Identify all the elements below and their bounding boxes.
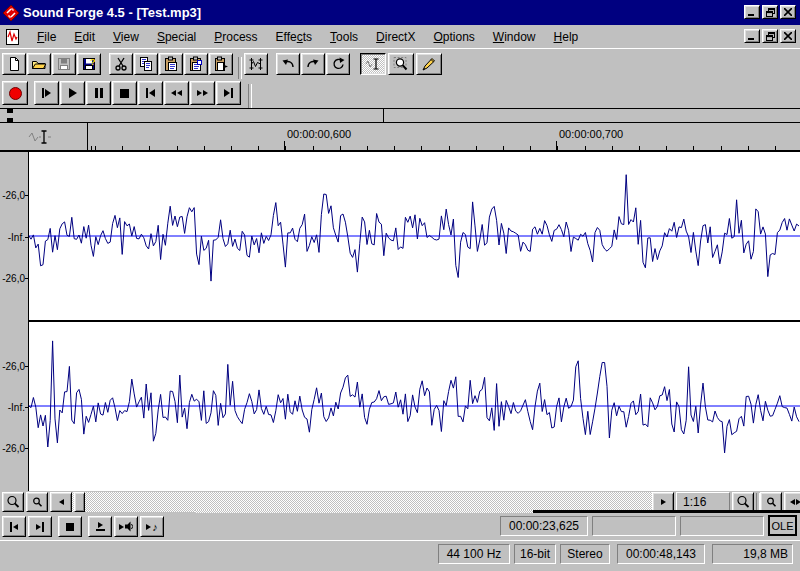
go-to-end-button[interactable] xyxy=(216,81,241,105)
stop-button[interactable] xyxy=(112,81,137,105)
paste-button[interactable] xyxy=(159,53,183,75)
ruler-row: 00:00:00,600 00:00:00,700 xyxy=(0,123,800,150)
zoom-ratio-display: 1:16 xyxy=(676,492,730,512)
zoom-window-button[interactable] xyxy=(784,492,800,512)
repeat-icon xyxy=(330,56,346,72)
minimize-button[interactable] xyxy=(744,5,760,19)
menu-view[interactable]: View xyxy=(104,28,148,46)
zoom-in-time-button[interactable] xyxy=(26,492,48,512)
playbar-stop-button[interactable] xyxy=(58,516,82,537)
cut-button[interactable] xyxy=(109,53,133,75)
overview-position-marker[interactable] xyxy=(7,109,13,113)
waveform-display[interactable]: -26,0 -Inf. -26,0 -26,0 -Inf. -26,0 xyxy=(0,150,800,491)
magnify-icon xyxy=(393,56,409,72)
repeat-button[interactable] xyxy=(326,53,350,75)
stop-icon xyxy=(120,89,129,98)
overview-center-tick xyxy=(383,109,384,122)
overview-position-marker[interactable] xyxy=(7,118,13,122)
titlebar[interactable]: Sound Forge 4.5 - [Test.mp3] xyxy=(0,0,800,25)
level-label: -Inf. xyxy=(8,402,25,413)
close-button[interactable] xyxy=(780,5,796,19)
redo-button[interactable] xyxy=(301,53,325,75)
menu-options[interactable]: Options xyxy=(424,28,483,46)
playbar-go-to-end-button[interactable] xyxy=(28,516,52,537)
length-value: 00:00:48,143 xyxy=(626,547,696,561)
paste-to-new-button[interactable] xyxy=(209,53,233,75)
overview-bar[interactable] xyxy=(0,108,800,123)
edit-tool-button[interactable] xyxy=(360,53,386,75)
playbar-go-to-start-button[interactable] xyxy=(2,516,26,537)
ole-drag-source[interactable]: OLE xyxy=(768,515,797,536)
pencil-icon xyxy=(421,56,437,72)
sample-rate-field: 44 100 Hz xyxy=(438,544,510,564)
pause-button[interactable] xyxy=(86,81,111,105)
menu-edit[interactable]: Edit xyxy=(65,28,104,46)
menu-tools[interactable]: Tools xyxy=(321,28,367,46)
playbar-empty-display xyxy=(592,516,676,536)
length-field: 00:00:48,143 xyxy=(617,544,705,564)
menu-effects[interactable]: Effects xyxy=(267,28,321,46)
save-as-button[interactable]: ? xyxy=(77,53,101,75)
bit-depth-field: 16-bit xyxy=(514,544,556,564)
new-button[interactable] xyxy=(2,53,26,75)
playbar-play-plugin-chain-button[interactable] xyxy=(114,516,138,537)
time-ruler[interactable]: 00:00:00,600 00:00:00,700 xyxy=(89,123,800,150)
doc-close-button[interactable] xyxy=(780,29,796,43)
forward-button[interactable] xyxy=(190,81,215,105)
menu-window[interactable]: Window xyxy=(484,28,545,46)
go-to-start-icon xyxy=(10,522,18,532)
speaker-icon xyxy=(125,521,133,532)
stop-icon xyxy=(66,523,74,531)
app-icon xyxy=(3,5,19,21)
scroll-left-button[interactable] xyxy=(50,492,72,512)
level-label: -26,0 xyxy=(2,190,25,201)
window-edge xyxy=(533,510,800,513)
doc-minimize-button[interactable] xyxy=(744,29,760,43)
scrollbar-track[interactable] xyxy=(50,492,674,512)
menu-file[interactable]: File xyxy=(28,28,65,46)
menu-process[interactable]: Process xyxy=(205,28,266,46)
playbar-play-device-button[interactable]: ♪ xyxy=(140,516,164,537)
play-all-icon xyxy=(42,88,51,98)
level-ruler[interactable]: -26,0 -Inf. -26,0 -26,0 -Inf. -26,0 xyxy=(0,152,29,491)
undo-button[interactable] xyxy=(276,53,300,75)
stereo-channels[interactable] xyxy=(29,152,800,491)
current-tool-indicator xyxy=(0,123,88,150)
menu-help[interactable]: Help xyxy=(545,28,588,46)
record-icon xyxy=(9,87,22,100)
copy-icon xyxy=(138,56,154,72)
left-channel[interactable] xyxy=(29,152,800,320)
play-all-button[interactable] xyxy=(34,81,59,105)
open-button[interactable] xyxy=(27,53,51,75)
restore-button[interactable] xyxy=(762,5,778,19)
doc-restore-button[interactable] xyxy=(762,29,778,43)
right-channel[interactable] xyxy=(29,322,800,490)
magnify-tool-button[interactable] xyxy=(388,53,414,75)
zoom-normal-button[interactable] xyxy=(732,492,754,512)
play-normal-icon xyxy=(96,522,105,531)
zoom-out-time-button[interactable] xyxy=(2,492,24,512)
edit-tool-icon xyxy=(27,128,61,146)
trim-button[interactable] xyxy=(244,53,268,75)
menu-directx[interactable]: DirectX xyxy=(367,28,424,46)
play-button[interactable] xyxy=(60,81,85,105)
rewind-button[interactable] xyxy=(164,81,189,105)
right-channel-waveform xyxy=(29,322,800,490)
menu-special[interactable]: Special xyxy=(148,28,205,46)
document-icon xyxy=(4,28,22,46)
scrollbar-thumb[interactable] xyxy=(74,492,85,512)
record-button[interactable] xyxy=(2,81,28,105)
pencil-tool-button[interactable] xyxy=(416,53,442,75)
playbar-play-normal-button[interactable] xyxy=(88,516,112,537)
go-to-start-button[interactable] xyxy=(138,81,163,105)
file-size-value: 19,8 MB xyxy=(743,547,788,561)
paste-special-button[interactable] xyxy=(184,53,208,75)
scroll-right-button[interactable] xyxy=(652,492,674,512)
play-device-icon: ♪ xyxy=(146,522,158,532)
forward-icon xyxy=(197,90,208,96)
restore-icon xyxy=(766,8,775,17)
save-button[interactable] xyxy=(52,53,76,75)
copy-button[interactable] xyxy=(134,53,158,75)
zoom-selection-button[interactable] xyxy=(760,492,782,512)
arrow-right-icon xyxy=(661,499,666,505)
